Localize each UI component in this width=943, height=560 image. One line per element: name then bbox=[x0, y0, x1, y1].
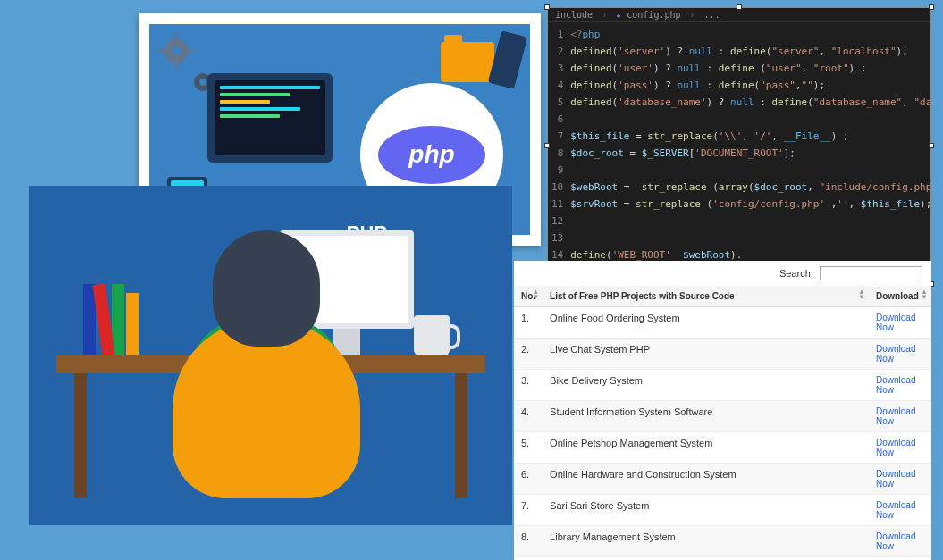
breadcrumb-folder[interactable]: include bbox=[555, 10, 593, 20]
cell-no: 2. bbox=[514, 339, 543, 370]
table-row: 4.Student Information System SoftwareDow… bbox=[514, 401, 931, 432]
table-row: 1.Online Food Ordering SystemDownload No… bbox=[514, 307, 931, 339]
cell-no: 1. bbox=[514, 307, 543, 339]
projects-table: No.▲▼ List of Free PHP Projects with Sou… bbox=[514, 286, 931, 557]
cell-download: Download Now bbox=[869, 401, 931, 432]
breadcrumb-file[interactable]: config.php bbox=[627, 10, 680, 20]
person-body bbox=[173, 320, 360, 498]
table-row: 5.Online Petshop Management SystemDownlo… bbox=[514, 432, 931, 464]
svg-rect-5 bbox=[188, 49, 194, 52]
person-head bbox=[213, 230, 320, 347]
table-row: 3.Bike Delivery SystemDownload Now bbox=[514, 370, 931, 401]
cell-no: 5. bbox=[514, 432, 543, 464]
svg-point-7 bbox=[199, 79, 206, 86]
cell-no: 8. bbox=[514, 526, 543, 557]
sort-icon: ▲▼ bbox=[921, 289, 928, 300]
sort-icon: ▲▼ bbox=[858, 289, 865, 300]
cell-title: Sari Sari Store System bbox=[543, 495, 869, 526]
breadcrumb[interactable]: include › ⬥ config.php › ... bbox=[548, 8, 930, 22]
download-link[interactable]: Download Now bbox=[876, 531, 924, 551]
svg-rect-3 bbox=[174, 63, 177, 69]
col-header-download[interactable]: Download▲▼ bbox=[869, 286, 931, 307]
cell-title: Library Management System bbox=[543, 526, 869, 557]
search-input[interactable] bbox=[820, 266, 922, 280]
table-row: 8.Library Management SystemDownload Now bbox=[514, 526, 931, 557]
cell-download: Download Now bbox=[869, 495, 931, 526]
download-link[interactable]: Download Now bbox=[876, 469, 924, 489]
code-editor[interactable]: include › ⬥ config.php › ... 12345678910… bbox=[547, 7, 931, 284]
laptop-icon bbox=[207, 73, 333, 163]
line-gutter: 1234567891011121314 bbox=[548, 22, 570, 281]
table-row: 6.Online Hardware and Construction Syste… bbox=[514, 464, 931, 495]
mug-icon bbox=[414, 315, 450, 355]
cell-title: Online Petshop Management System bbox=[543, 432, 869, 464]
svg-point-1 bbox=[172, 46, 181, 55]
cell-no: 7. bbox=[514, 495, 543, 526]
cell-title: Live Chat System PHP bbox=[543, 339, 869, 370]
resize-handle[interactable] bbox=[544, 4, 550, 10]
search-label: Search: bbox=[779, 268, 813, 279]
cell-download: Download Now bbox=[869, 339, 931, 370]
download-link[interactable]: Download Now bbox=[876, 375, 924, 395]
download-link[interactable]: Download Now bbox=[876, 500, 924, 520]
col-header-title[interactable]: List of Free PHP Projects with Source Co… bbox=[543, 286, 869, 307]
projects-table-panel: Search: No.▲▼ List of Free PHP Projects … bbox=[514, 261, 931, 560]
books-icon bbox=[83, 284, 140, 355]
folder-icon bbox=[441, 42, 494, 82]
chevron-right-icon: › bbox=[602, 10, 607, 20]
cell-no: 4. bbox=[514, 401, 543, 432]
cell-download: Download Now bbox=[869, 307, 931, 339]
gear-icon bbox=[158, 33, 194, 69]
svg-rect-4 bbox=[158, 49, 164, 52]
resize-handle[interactable] bbox=[544, 143, 550, 148]
cell-no: 6. bbox=[514, 464, 543, 495]
wrench-icon bbox=[488, 30, 528, 89]
code-content[interactable]: <?phpdefined('server') ? null : define("… bbox=[570, 22, 930, 281]
search-row: Search: bbox=[514, 261, 931, 286]
cell-title: Online Hardware and Construction System bbox=[543, 464, 869, 495]
breadcrumb-tail: ... bbox=[704, 10, 720, 20]
resize-handle[interactable] bbox=[737, 4, 742, 10]
col-header-no[interactable]: No.▲▼ bbox=[514, 286, 543, 307]
table-row: 7.Sari Sari Store SystemDownload Now bbox=[514, 495, 931, 526]
sort-icon: ▲▼ bbox=[532, 289, 539, 300]
cell-no: 3. bbox=[514, 370, 543, 401]
developer-illustration: PHP < / > bbox=[29, 186, 512, 525]
cell-download: Download Now bbox=[869, 464, 931, 495]
cell-title: Bike Delivery System bbox=[543, 370, 869, 401]
chevron-right-icon: › bbox=[690, 10, 695, 20]
download-link[interactable]: Download Now bbox=[876, 344, 924, 364]
resize-handle[interactable] bbox=[929, 4, 934, 10]
cell-title: Student Information System Software bbox=[543, 401, 869, 432]
download-link[interactable]: Download Now bbox=[876, 438, 924, 457]
table-row: 2.Live Chat System PHPDownload Now bbox=[514, 339, 931, 370]
download-link[interactable]: Download Now bbox=[876, 406, 924, 426]
cell-title: Online Food Ordering System bbox=[543, 307, 869, 339]
resize-handle[interactable] bbox=[929, 143, 934, 148]
download-link[interactable]: Download Now bbox=[876, 313, 924, 332]
cell-download: Download Now bbox=[869, 432, 931, 464]
svg-rect-2 bbox=[174, 33, 177, 39]
cell-download: Download Now bbox=[869, 526, 931, 557]
php-logo-text: php bbox=[378, 126, 485, 184]
cell-download: Download Now bbox=[869, 370, 931, 401]
